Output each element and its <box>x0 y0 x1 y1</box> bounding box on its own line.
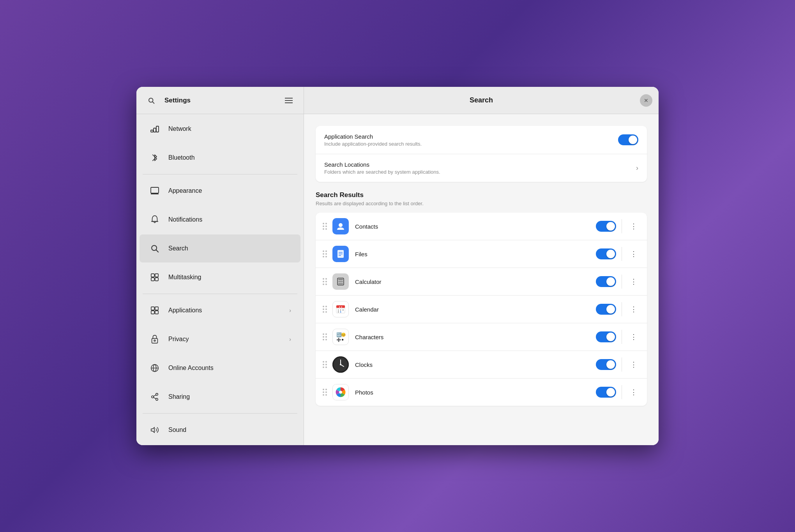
appearance-icon <box>149 187 161 195</box>
app-search-title: Application Search <box>324 133 612 140</box>
svg-marker-31 <box>151 428 154 433</box>
photos-toggle[interactable] <box>596 387 616 398</box>
sidebar-item-applications[interactable]: Applications › <box>140 296 300 324</box>
calendar-more-button[interactable]: ⋮ <box>627 303 640 315</box>
drag-handle-photos[interactable] <box>323 389 327 396</box>
sidebar-item-sound[interactable]: Sound <box>140 416 300 444</box>
svg-rect-19 <box>151 311 154 314</box>
sidebar-label-applications: Applications <box>168 307 202 314</box>
drag-handle-calendar[interactable] <box>323 306 327 313</box>
sidebar-label-multitasking: Multitasking <box>168 274 201 281</box>
characters-more-button[interactable]: ⋮ <box>627 331 640 343</box>
sidebar-item-bluetooth[interactable]: Bluetooth <box>140 144 300 172</box>
drag-handle-clocks[interactable] <box>323 361 327 368</box>
online-accounts-icon <box>149 364 161 372</box>
svg-rect-48 <box>341 283 343 284</box>
svg-text:4: 4 <box>337 311 339 313</box>
clocks-more-button[interactable]: ⋮ <box>627 358 640 371</box>
search-button[interactable] <box>144 93 158 107</box>
files-more-button[interactable]: ⋮ <box>627 248 640 260</box>
photos-app-name: Photos <box>355 389 596 396</box>
contacts-divider <box>622 219 622 233</box>
svg-point-22 <box>154 340 155 342</box>
svg-rect-16 <box>155 278 158 281</box>
svg-rect-8 <box>151 187 159 193</box>
svg-rect-7 <box>156 126 159 132</box>
app-search-toggle-container <box>618 134 638 145</box>
sidebar-item-multitasking[interactable]: Multitasking <box>140 263 300 291</box>
sidebar-label-network: Network <box>168 125 191 132</box>
clocks-divider <box>622 358 622 372</box>
app-search-toggle[interactable] <box>618 134 638 145</box>
multitasking-icon <box>149 273 161 282</box>
files-app-icon <box>332 246 349 262</box>
svg-rect-42 <box>338 279 343 280</box>
sidebar-item-sharing[interactable]: Sharing <box>140 383 300 411</box>
drag-handle-characters[interactable] <box>323 333 327 340</box>
search-locations-row[interactable]: Search Locations Folders which are searc… <box>316 154 647 182</box>
bluetooth-icon <box>149 153 161 162</box>
result-row-clocks: Clocks ⋮ <box>316 351 647 378</box>
clocks-app-icon <box>332 356 349 373</box>
sidebar-item-privacy[interactable]: Privacy › <box>140 325 300 353</box>
svg-rect-5 <box>151 130 153 132</box>
app-search-card: Application Search Include application-p… <box>316 126 647 182</box>
drag-handle-files[interactable] <box>323 250 327 257</box>
drag-handle-calculator[interactable] <box>323 278 327 285</box>
svg-text:3: 3 <box>342 309 343 311</box>
main-content: Network Bluetooth <box>136 114 659 445</box>
calculator-more-button[interactable]: ⋮ <box>627 275 640 288</box>
files-app-name: Files <box>355 251 596 257</box>
calendar-app-icon: ● ● 1 2 3 4 5 <box>332 301 349 317</box>
sidebar-item-appearance[interactable]: Appearance <box>140 177 300 205</box>
titlebar-right: Search ✕ <box>304 96 659 104</box>
sidebar-label-appearance: Appearance <box>168 187 202 194</box>
applications-icon <box>149 306 161 315</box>
sidebar-label-privacy: Privacy <box>168 336 189 343</box>
svg-rect-20 <box>155 311 158 314</box>
result-row-contacts: Contacts ⋮ <box>316 213 647 240</box>
sidebar-item-power[interactable]: Power <box>140 445 300 445</box>
search-locations-subtitle: Folders which are searched by system app… <box>324 169 630 175</box>
sidebar-item-notifications[interactable]: Notifications <box>140 206 300 234</box>
svg-point-69 <box>339 391 342 394</box>
search-sidebar-icon <box>149 244 161 253</box>
svg-rect-45 <box>341 281 343 282</box>
contacts-more-button[interactable]: ⋮ <box>627 220 640 233</box>
svg-rect-18 <box>155 307 158 310</box>
svg-text:●  ●: ● ● <box>339 306 343 308</box>
search-results-title: Search Results <box>316 191 647 199</box>
calendar-toggle[interactable] <box>596 304 616 315</box>
photos-more-button[interactable]: ⋮ <box>627 386 640 398</box>
svg-line-12 <box>156 250 159 252</box>
network-icon <box>149 125 161 133</box>
sidebar-label-sharing: Sharing <box>168 393 190 400</box>
svg-point-67 <box>340 364 341 365</box>
files-toggle[interactable] <box>596 248 616 259</box>
result-row-calendar: ● ● 1 2 3 4 5 Calendar ⋮ <box>316 295 647 323</box>
sidebar-item-network[interactable]: Network <box>140 115 300 143</box>
sidebar-label-sound: Sound <box>168 426 186 433</box>
divider-1 <box>143 174 297 174</box>
calculator-toggle[interactable] <box>596 276 616 287</box>
sound-icon <box>149 426 161 434</box>
search-locations-chevron-icon: › <box>636 164 638 172</box>
calculator-app-name: Calculator <box>355 278 596 285</box>
contacts-toggle[interactable] <box>596 221 616 232</box>
svg-rect-15 <box>151 278 154 281</box>
sidebar-label-notifications: Notifications <box>168 216 202 223</box>
search-results-list: Contacts ⋮ <box>316 213 647 406</box>
characters-app-name: Characters <box>355 334 596 340</box>
drag-handle-contacts[interactable] <box>323 223 327 230</box>
sharing-icon <box>149 393 161 401</box>
menu-button[interactable] <box>282 93 296 107</box>
svg-rect-17 <box>151 307 154 310</box>
svg-line-29 <box>154 397 156 399</box>
svg-line-1 <box>152 102 154 103</box>
svg-text:✦: ✦ <box>341 338 344 342</box>
characters-toggle[interactable] <box>596 331 616 342</box>
sidebar-item-online-accounts[interactable]: Online Accounts <box>140 354 300 382</box>
sidebar-item-search[interactable]: Search <box>140 234 300 262</box>
clocks-toggle[interactable] <box>596 359 616 370</box>
close-button[interactable]: ✕ <box>640 94 652 107</box>
